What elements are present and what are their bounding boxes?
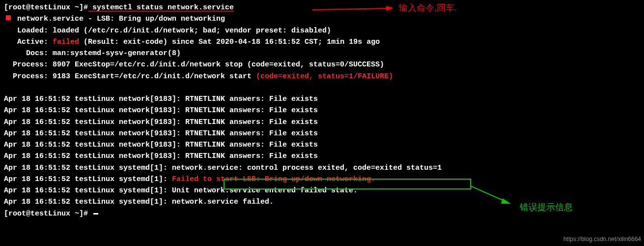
log8-prefix: Apr 18 16:51:52 testLinux systemd[1]:	[4, 175, 172, 184]
terminal-line-process1: Process: 8907 ExecStop=/etc/rc.d/init.d/…	[4, 59, 640, 70]
annotation-error-info: 错误提示信息	[520, 201, 573, 215]
bullet-icon	[6, 15, 11, 20]
terminal-line-log1: Apr 18 16:51:52 testLinux network[9183]:…	[4, 93, 640, 105]
active-rest: (Result: exit-code) since Sat 2020-04-18…	[79, 38, 380, 46]
process2-b: (code=exited, status=1/FAILURE)	[256, 72, 393, 81]
terminal-line-active: Active: failed (Result: exit-code) since…	[4, 36, 640, 48]
terminal-line-log8: Apr 18 16:51:52 testLinux systemd[1]: Fa…	[4, 174, 640, 185]
terminal-line-log2: Apr 18 16:51:52 testLinux network[9183]:…	[4, 105, 640, 116]
terminal-line-log5: Apr 18 16:51:52 testLinux network[9183]:…	[4, 139, 640, 151]
active-status: failed	[53, 38, 79, 46]
terminal-line-log3: Apr 18 16:51:52 testLinux network[9183]:…	[4, 117, 640, 128]
process2-a: Process: 9183 ExecStart=/etc/rc.d/init.d…	[4, 72, 256, 81]
terminal-line-docs: Docs: man:systemd-sysv-generator(8)	[4, 48, 640, 59]
annotation-input-command: 输入命令,回车.	[399, 1, 457, 15]
prompt2-text: [root@testLinux ~]#	[4, 210, 92, 218]
terminal-line-log7: Apr 18 16:51:52 testLinux systemd[1]: ne…	[4, 162, 640, 174]
active-label: Active:	[4, 38, 53, 46]
log8-error: Failed to start LSB: Bring up/down netwo…	[172, 175, 375, 184]
cursor-icon	[93, 213, 98, 215]
blank-line	[4, 82, 640, 93]
terminal-line-prompt[interactable]: [root@testLinux ~]# systemctl status net…	[4, 2, 640, 13]
command-text: systemctl status network.service	[88, 3, 234, 12]
terminal-line-service: network.service - LSB: Bring up/down net…	[4, 13, 640, 25]
service-desc: network.service - LSB: Bring up/down net…	[13, 15, 225, 23]
terminal-line-loaded: Loaded: loaded (/etc/rc.d/init.d/network…	[4, 25, 640, 36]
terminal-line-process2: Process: 9183 ExecStart=/etc/rc.d/init.d…	[4, 71, 640, 82]
prompt-text: [root@testLinux ~]#	[4, 3, 88, 12]
watermark-text: https://blog.csdn.net/xilin6664	[563, 235, 641, 244]
terminal-line-log4: Apr 18 16:51:52 testLinux network[9183]:…	[4, 128, 640, 139]
terminal-line-log9: Apr 18 16:51:52 testLinux systemd[1]: Un…	[4, 185, 640, 196]
terminal-line-log6: Apr 18 16:51:52 testLinux network[9183]:…	[4, 151, 640, 162]
